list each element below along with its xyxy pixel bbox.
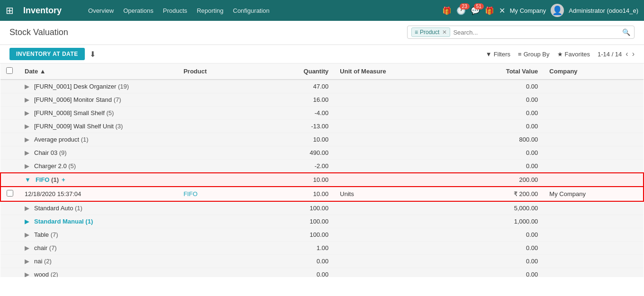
col-uom[interactable]: Unit of Measure (334, 63, 454, 80)
expand-arrow-icon[interactable]: ▶ (25, 205, 29, 212)
nav-operations[interactable]: Operations (123, 7, 154, 14)
activity-icon-wrapper: 🕐 23 (456, 6, 466, 15)
app-grid-icon[interactable]: ⊞ (6, 5, 14, 16)
group-label-cell: ▶ [FURN_0006] Monitor Stand (7) (19, 93, 259, 107)
filters-button[interactable]: ▼ Filters (486, 51, 510, 58)
tag-close-btn[interactable]: ✕ (442, 29, 447, 36)
group-label-cell: ▶ [FURN_0008] Small Shelf (5) (19, 107, 259, 120)
row-checkbox-cell (0, 201, 19, 215)
row-checkbox-cell (0, 215, 19, 228)
expand-arrow-icon[interactable]: ▼ (25, 176, 31, 183)
top-nav: ⊞ Inventory Overview Operations Products… (0, 0, 644, 21)
group-by-button[interactable]: ≡ Group By (518, 51, 550, 58)
group-by-icon: ≡ (518, 51, 522, 58)
stock-valuation-table: Date ▲ Product Quantity Unit of Measure … (0, 63, 644, 277)
download-icon[interactable]: ⬇ (90, 50, 96, 59)
avatar[interactable]: 👤 (551, 4, 564, 17)
group-total-value: 0.00 (454, 120, 544, 133)
message-icon-wrapper: 💬 51 (471, 6, 480, 15)
group-company (544, 215, 644, 228)
group-quantity: 1.00 (259, 242, 334, 255)
group-company (544, 93, 644, 107)
group-by-label: Group By (524, 51, 550, 58)
group-uom (334, 173, 454, 187)
group-name: [FURN_0006] Monitor Stand (7) (34, 96, 121, 103)
group-company (544, 201, 644, 215)
select-all-checkbox[interactable] (6, 67, 13, 74)
row-checkbox-cell (0, 160, 19, 173)
group-label-cell: ▶ Table (7) (19, 228, 259, 242)
expand-arrow-icon[interactable]: ▶ (25, 123, 29, 130)
nav-reporting[interactable]: Reporting (197, 7, 223, 14)
group-total-value: 200.00 (454, 173, 544, 187)
apps-icon[interactable]: 🎁 (485, 6, 494, 15)
row-checkbox-cell (0, 228, 19, 242)
group-uom (334, 160, 454, 173)
row-checkbox-cell (0, 93, 19, 107)
group-uom (334, 268, 454, 278)
inventory-at-date-button[interactable]: INVENTORY AT DATE (9, 48, 85, 60)
row-checkbox-cell (0, 173, 19, 187)
expand-arrow-icon[interactable]: ▶ (25, 149, 29, 156)
expand-arrow-icon[interactable]: ▶ (25, 218, 29, 225)
col-product[interactable]: Product (178, 63, 259, 80)
expand-arrow-icon[interactable]: ▶ (25, 96, 29, 103)
expand-arrow-icon[interactable]: ▶ (25, 136, 29, 143)
table-container: Date ▲ Product Quantity Unit of Measure … (0, 63, 644, 277)
group-total-value: 0.00 (454, 93, 544, 107)
expand-arrow-icon[interactable]: ▶ (25, 258, 29, 265)
table-row: ▶ chair (7) 1.00 0.00 (0, 242, 644, 255)
add-group-btn[interactable]: + (62, 176, 65, 183)
group-company (544, 120, 644, 133)
expand-arrow-icon[interactable]: ▶ (25, 162, 29, 170)
company-name[interactable]: My Company (510, 7, 546, 14)
expand-arrow-icon[interactable]: ▶ (25, 83, 29, 90)
group-company (544, 268, 644, 278)
group-label-cell: ▶ [FURN_0001] Desk Organizer (19) (19, 80, 259, 93)
group-name: nai (2) (34, 258, 52, 265)
group-company (544, 146, 644, 160)
group-quantity: 100.00 (259, 228, 334, 242)
col-total-value[interactable]: Total Value (454, 63, 544, 80)
expand-arrow-icon[interactable]: ▶ (25, 244, 29, 251)
group-name: chair (7) (34, 244, 57, 251)
expand-arrow-icon[interactable]: ▶ (25, 271, 29, 277)
gift-icon[interactable]: 🎁 (442, 6, 452, 15)
group-label-cell: ▶ [FURN_0009] Wall Shelf Unit (3) (19, 120, 259, 133)
group-total-value: 0.00 (454, 107, 544, 120)
pagination-text: 1-14 / 14 (598, 51, 622, 58)
filters-label: Filters (494, 51, 510, 58)
col-date[interactable]: Date ▲ (19, 63, 178, 80)
group-uom (334, 215, 454, 228)
nav-products[interactable]: Products (163, 7, 187, 14)
group-company (544, 80, 644, 93)
group-company (544, 160, 644, 173)
table-body: ▶ [FURN_0001] Desk Organizer (19) 47.00 … (0, 80, 644, 277)
search-submit-btn[interactable]: 🔍 (622, 28, 630, 36)
group-quantity: 0.00 (259, 255, 334, 268)
group-uom (334, 228, 454, 242)
col-company[interactable]: Company (544, 63, 644, 80)
settings-cross-icon[interactable]: ✕ (499, 6, 505, 15)
search-input[interactable] (453, 29, 622, 36)
pagination-next-btn[interactable]: › (632, 50, 635, 58)
group-name: Standard Auto (1) (34, 205, 82, 212)
col-quantity[interactable]: Quantity (259, 63, 334, 80)
detail-product[interactable]: FIFO (178, 187, 259, 201)
group-company (544, 228, 644, 242)
user-info[interactable]: Administrator (odoo14_e) (569, 7, 638, 14)
favorites-button[interactable]: ★ Favorites (557, 51, 590, 58)
expand-arrow-icon[interactable]: ▶ (25, 231, 29, 238)
table-row: ▶ Average product (1) 10.00 800.00 (0, 133, 644, 146)
expand-arrow-icon[interactable]: ▶ (25, 109, 29, 117)
nav-overview-link[interactable]: Overview (88, 7, 114, 14)
favorites-label: Favorites (565, 51, 590, 58)
group-name: FIFO (1) (36, 176, 59, 183)
row-checkbox[interactable] (7, 190, 13, 197)
group-name: Charger 2.0 (5) (34, 162, 76, 170)
detail-quantity: 10.00 (259, 187, 334, 201)
nav-configuration[interactable]: Configuration (233, 7, 270, 14)
pagination-prev-btn[interactable]: ‹ (626, 50, 628, 58)
row-checkbox-cell (0, 268, 19, 278)
table-row: ▶ wood (2) 0.00 0.00 (0, 268, 644, 278)
